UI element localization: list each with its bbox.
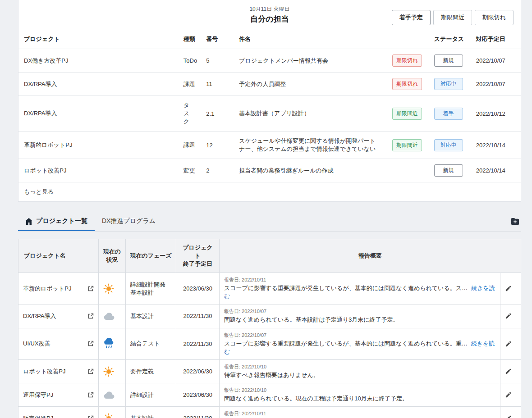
filter-due-soon-button[interactable]: 期限間近 xyxy=(433,10,472,25)
tab-label: DX推進プログラム xyxy=(102,217,156,225)
external-link-icon[interactable] xyxy=(87,415,94,418)
assignment-row[interactable]: DX/RPA導入 タスク 2.1 基本設計書（アプリ設計） 期限間近 着手 20… xyxy=(18,96,521,132)
col-due: 対応予定日 xyxy=(471,29,521,49)
see-more-row: もっと見る xyxy=(18,182,521,202)
project-name: 運用保守PJ xyxy=(23,391,53,399)
project-phase: 基本設計 xyxy=(126,407,176,418)
assignments-table: プロジェクト 種類 番号 件名 ステータス 対応予定日 DX働き方改革PJ To… xyxy=(18,29,521,201)
assignments-table-header: プロジェクト 種類 番号 件名 ステータス 対応予定日 xyxy=(18,29,521,49)
edit-report-button[interactable] xyxy=(500,328,521,359)
project-row: 革新的ロボットPJ 詳細設計開発 基本設計 2023/06/30 報告日: 20… xyxy=(18,273,521,304)
col-deadline xyxy=(387,29,429,49)
pencil-icon xyxy=(505,285,516,292)
home-icon xyxy=(25,218,32,225)
status-badge: 対応中 xyxy=(434,139,463,151)
external-link-icon[interactable] xyxy=(87,341,94,347)
report-date: 報告日: 2022/10/07 xyxy=(224,308,495,315)
external-link-icon[interactable] xyxy=(87,368,94,375)
edit-report-button[interactable] xyxy=(500,383,521,407)
cell-subject: 担当者間の業務引継ぎルールの作成 xyxy=(234,159,387,182)
edit-report-button[interactable] xyxy=(500,273,521,304)
project-name: UI/UX改善 xyxy=(23,340,50,348)
projects-table-header: プロジェクト名 現在の 状況 現在のフェーズ プロジェクト 終了予定日 報告概要 xyxy=(18,239,521,273)
edit-report-button[interactable] xyxy=(500,359,521,383)
cell-due: 2022/10/14 xyxy=(471,132,521,159)
assignment-row[interactable]: DX/RPA導入 課題 11 予定外の人員調整 期限切れ 対応中 2022/10… xyxy=(18,73,521,96)
pencil-icon xyxy=(505,415,516,418)
cell-number: 2 xyxy=(201,159,234,182)
project-phase: 詳細設計開発 基本設計 xyxy=(126,273,176,304)
project-row: DX/RPA導入 基本設計 2022/11/30 報告日: 2022/10/07… xyxy=(18,304,521,328)
report-date: 報告日: 2022/10/10 xyxy=(224,363,495,370)
col-status: ステータス xyxy=(429,29,471,49)
filter-overdue-button[interactable]: 期限切れ xyxy=(475,10,514,25)
project-end-date: 2022/11/30 xyxy=(176,407,220,418)
project-end-date: 2022/11/30 xyxy=(176,304,220,328)
pencil-icon xyxy=(505,391,516,398)
cell-subject: 予定外の人員調整 xyxy=(234,73,387,96)
cell-project: DX/RPA導入 xyxy=(18,96,178,132)
report-summary: 問題なく進められている。現在の工程は予定通り10月末に終了予定。 xyxy=(224,395,408,402)
cell-project: DX/RPA導入 xyxy=(18,73,178,96)
deadline-badge: 期限切れ xyxy=(392,55,422,67)
cell-type: 変更 xyxy=(178,159,201,182)
pencil-icon xyxy=(505,368,516,375)
add-tab-button[interactable] xyxy=(509,212,521,231)
deadline-filter-group: 着手予定 期限間近 期限切れ xyxy=(392,10,514,25)
cell-type: ToDo xyxy=(178,49,201,73)
page: 10月11日 火曜日 自分の担当 着手予定 期限間近 期限切れ プロジェクト 種… xyxy=(0,0,532,418)
project-name: DX/RPA導入 xyxy=(23,312,56,320)
tab-dx-program[interactable]: DX推進プログラム xyxy=(95,212,163,231)
cell-number: 5 xyxy=(201,49,234,73)
see-more-link[interactable]: もっと見る xyxy=(18,182,521,202)
status-badge: 着手 xyxy=(434,108,463,120)
report-summary: 問題なく進められている。基本設計は予定通り3月末に終了予定。 xyxy=(224,316,399,323)
project-phase: 結合テスト xyxy=(126,328,176,359)
deadline-badge: 期限切れ xyxy=(392,78,422,90)
project-end-date: 2022/06/30 xyxy=(176,359,220,383)
external-link-icon[interactable] xyxy=(87,286,94,292)
project-phase: 基本設計 xyxy=(126,304,176,328)
col-phase: 現在のフェーズ xyxy=(126,239,176,273)
tab-project-list[interactable]: プロジェクト一覧 xyxy=(18,212,95,231)
project-name: 販売促進PJ xyxy=(23,414,53,418)
status-badge: 対応中 xyxy=(434,78,463,90)
cell-number: 12 xyxy=(201,132,234,159)
pencil-icon xyxy=(505,313,516,319)
weather-sun-icon xyxy=(103,413,121,418)
project-name: ロボット改善PJ xyxy=(23,368,65,376)
deadline-badge: 期限間近 xyxy=(392,139,422,151)
assignment-row[interactable]: 革新的ロボットPJ 課題 12 スケジュールや仕様変更に関する情報が開発パートナ… xyxy=(18,132,521,159)
assignment-row[interactable]: DX働き方改革PJ ToDo 5 プロジェクトメンバー情報共有会 期限切れ 新規… xyxy=(18,49,521,73)
edit-report-button[interactable] xyxy=(500,407,521,418)
edit-report-button[interactable] xyxy=(500,304,521,328)
project-row: 運用保守PJ 詳細設計 2023/06/30 報告日: 2022/10/10 問… xyxy=(18,383,521,407)
col-summary: 報告概要 xyxy=(220,239,521,273)
external-link-icon[interactable] xyxy=(87,392,94,398)
report-date: 報告日: 2022/10/10 xyxy=(224,387,495,394)
report-summary: スコープに影響する重要課題が発生しているが、基本的には問題なく進められている。重… xyxy=(224,340,468,347)
external-link-icon[interactable] xyxy=(87,313,94,319)
projects-table: プロジェクト名 現在の 状況 現在のフェーズ プロジェクト 終了予定日 報告概要… xyxy=(18,239,521,418)
filter-planned-button[interactable]: 着手予定 xyxy=(392,10,431,25)
assignment-row[interactable]: ロボット改善PJ 変更 2 担当者間の業務引継ぎルールの作成 新規 2022/1… xyxy=(18,159,521,182)
project-row: UI/UX改善 結合テスト 2022/11/30 報告日: 2022/10/07… xyxy=(18,328,521,359)
project-end-date: 2023/06/30 xyxy=(176,273,220,304)
cell-number: 11 xyxy=(201,73,234,96)
cell-project: DX働き方改革PJ xyxy=(18,49,178,73)
project-row: ロボット改善PJ 要件定義 2022/06/30 報告日: 2022/10/10… xyxy=(18,359,521,383)
project-end-date: 2023/06/30 xyxy=(176,383,220,407)
report-date: 報告日: 2022/10/11 xyxy=(224,277,495,283)
col-project-name: プロジェクト名 xyxy=(18,239,99,273)
project-phase: 詳細設計 xyxy=(126,383,176,407)
cell-subject: プロジェクトメンバー情報共有会 xyxy=(234,49,387,73)
assignments-card: 10月11日 火曜日 自分の担当 着手予定 期限間近 期限切れ プロジェクト 種… xyxy=(18,0,521,202)
cell-type: タスク xyxy=(178,96,201,132)
cell-due: 2022/10/12 xyxy=(471,96,521,132)
cell-project: ロボット改善PJ xyxy=(18,159,178,182)
project-end-date: 2022/11/30 xyxy=(176,328,220,359)
status-badge: 新規 xyxy=(434,55,463,67)
folder-plus-icon xyxy=(511,218,519,225)
tab-bar: プロジェクト一覧 DX推進プログラム xyxy=(18,212,521,232)
weather-sun-icon xyxy=(103,283,121,294)
